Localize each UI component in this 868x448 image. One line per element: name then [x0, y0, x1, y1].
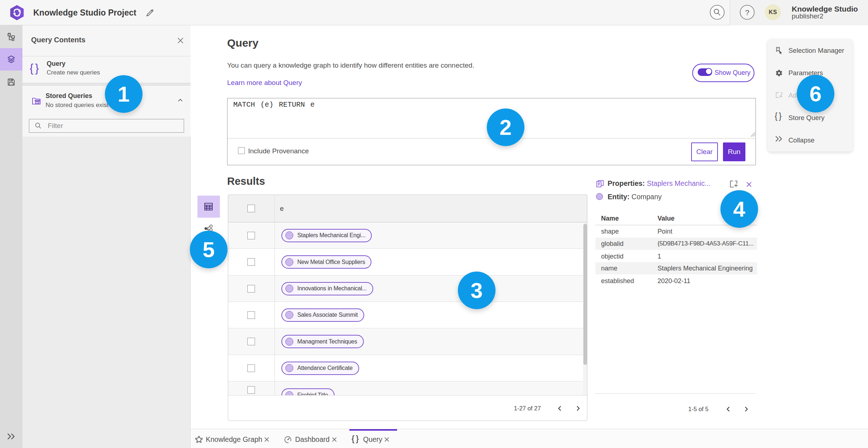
svg-text:?: ?: [745, 8, 749, 17]
